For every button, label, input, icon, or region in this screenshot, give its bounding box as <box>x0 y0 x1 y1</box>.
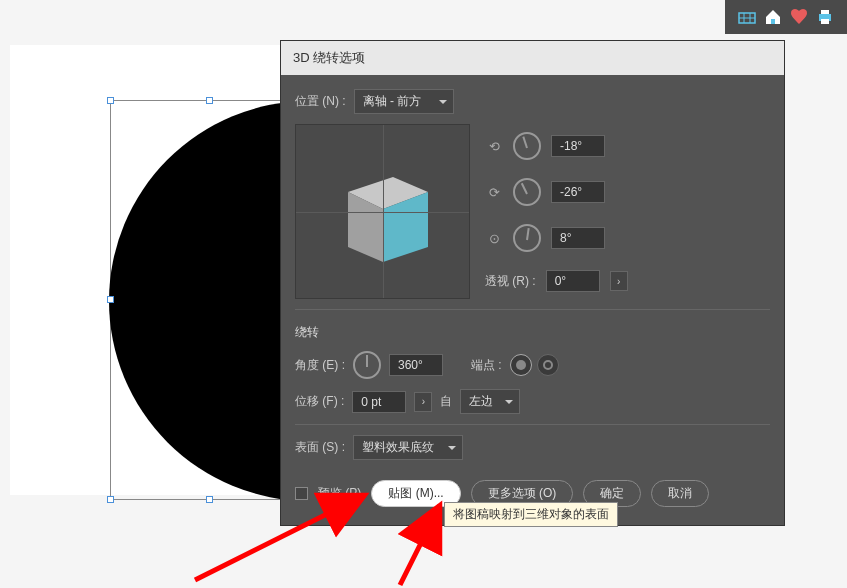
z-angle-input[interactable]: 8° <box>551 227 605 249</box>
from-label: 自 <box>440 393 452 410</box>
resize-handle[interactable] <box>206 496 213 503</box>
top-toolbar <box>725 0 847 34</box>
resize-handle[interactable] <box>107 496 114 503</box>
revolve-section-title: 绕转 <box>295 324 770 341</box>
cancel-button[interactable]: 取消 <box>651 480 709 507</box>
x-angle-dial[interactable] <box>513 132 541 160</box>
position-dropdown[interactable]: 离轴 - 前方 <box>354 89 454 114</box>
perspective-input[interactable]: 0° <box>546 270 600 292</box>
resize-handle[interactable] <box>206 97 213 104</box>
dialog-title: 3D 绕转选项 <box>281 41 784 75</box>
position-value: 离轴 - 前方 <box>363 93 422 110</box>
offset-input[interactable]: 0 pt <box>352 391 406 413</box>
orientation-cube-widget[interactable] <box>295 124 470 299</box>
cap-label: 端点 : <box>471 357 502 374</box>
perspective-step-button[interactable]: › <box>610 271 628 291</box>
toolbar-home-icon[interactable] <box>761 5 785 29</box>
toolbar-heart-icon[interactable] <box>787 5 811 29</box>
offset-label: 位移 (F) : <box>295 393 344 410</box>
preview-label: 预览 (P) <box>318 485 361 502</box>
cap-on-button[interactable] <box>510 354 532 376</box>
cap-off-button[interactable] <box>537 354 559 376</box>
toolbar-print-icon[interactable] <box>813 5 837 29</box>
rotate-y-icon: ⟳ <box>485 185 503 199</box>
revolve-angle-dial[interactable] <box>353 351 381 379</box>
revolve-angle-input[interactable]: 360° <box>389 354 443 376</box>
from-edge-value: 左边 <box>469 393 493 410</box>
position-label: 位置 (N) : <box>295 93 346 110</box>
svg-rect-7 <box>821 19 829 24</box>
rotate-x-icon: ⟲ <box>485 139 503 153</box>
x-angle-input[interactable]: -18° <box>551 135 605 157</box>
y-angle-input[interactable]: -26° <box>551 181 605 203</box>
angle-label: 角度 (E) : <box>295 357 345 374</box>
surface-dropdown[interactable]: 塑料效果底纹 <box>353 435 463 460</box>
toolbar-grid-icon[interactable] <box>735 5 759 29</box>
svg-rect-4 <box>771 19 775 24</box>
rotate-z-icon: ⊙ <box>485 231 503 245</box>
surface-label: 表面 (S) : <box>295 439 345 456</box>
z-angle-dial[interactable] <box>513 224 541 252</box>
svg-rect-6 <box>821 10 829 14</box>
perspective-label: 透视 (R) : <box>485 273 536 290</box>
surface-value: 塑料效果底纹 <box>362 439 434 456</box>
offset-step-button[interactable]: › <box>414 392 432 412</box>
from-edge-dropdown[interactable]: 左边 <box>460 389 520 414</box>
resize-handle[interactable] <box>107 97 114 104</box>
revolve-options-dialog: 3D 绕转选项 位置 (N) : 离轴 - 前方 ⟲ -18° <box>280 40 785 526</box>
y-angle-dial[interactable] <box>513 178 541 206</box>
map-art-tooltip: 将图稿映射到三维对象的表面 <box>444 502 618 527</box>
preview-checkbox[interactable] <box>295 487 308 500</box>
resize-handle[interactable] <box>107 296 114 303</box>
